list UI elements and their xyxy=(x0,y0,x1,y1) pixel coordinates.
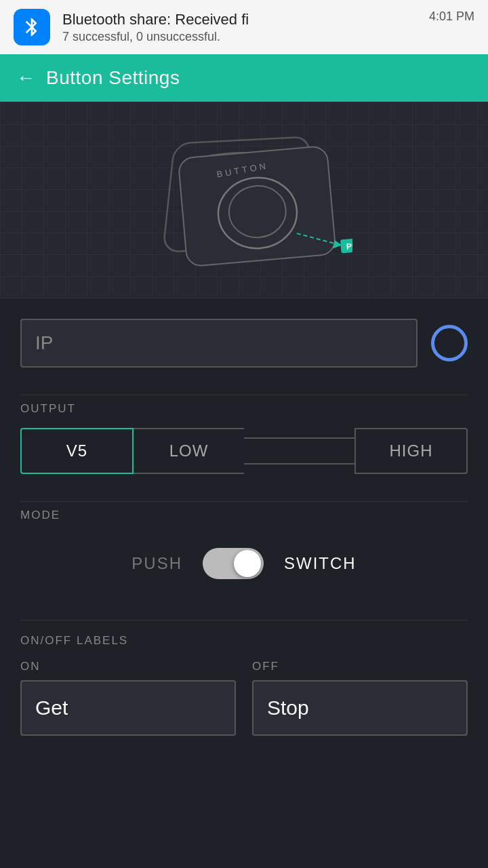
notification-time: 4:01 PM xyxy=(429,9,474,24)
content-area: OUTPUT V5 LOW HIGH MODE PUSH SWITCH ON/O… xyxy=(0,298,488,763)
output-btn-v5[interactable]: V5 xyxy=(20,428,134,474)
ip-status-indicator xyxy=(431,325,468,361)
off-col-label: OFF xyxy=(252,660,468,673)
on-col-label: ON xyxy=(20,660,236,673)
device-svg: BUTTON PIN xyxy=(136,125,352,275)
off-input[interactable] xyxy=(252,680,468,736)
off-col: OFF xyxy=(252,660,468,736)
toggle-knob xyxy=(234,550,261,577)
ip-input[interactable] xyxy=(20,319,418,368)
output-section-label: OUTPUT xyxy=(20,395,468,416)
page-title: Button Settings xyxy=(46,67,180,89)
output-btn-high[interactable]: HIGH xyxy=(354,428,468,474)
back-button[interactable]: ← xyxy=(16,67,35,89)
mode-row: PUSH SWITCH xyxy=(20,534,468,593)
on-col: ON xyxy=(20,660,236,736)
ip-row xyxy=(20,319,468,368)
bluetooth-icon xyxy=(14,9,50,45)
device-illustration: BUTTON PIN xyxy=(0,102,488,298)
mode-section-label: MODE xyxy=(20,501,468,522)
output-btn-mid[interactable] xyxy=(244,437,354,465)
push-label: PUSH xyxy=(131,554,182,573)
on-input[interactable] xyxy=(20,680,236,736)
mode-toggle[interactable] xyxy=(203,548,264,579)
notification-subtitle: 7 successful, 0 unsuccessful. xyxy=(62,30,417,44)
notification-text: Bluetooth share: Received fi 7 successfu… xyxy=(62,11,417,44)
output-buttons: V5 LOW HIGH xyxy=(20,428,468,474)
output-btn-low[interactable]: LOW xyxy=(134,428,244,474)
onoff-section: ON/OFF LABELS ON OFF xyxy=(20,620,468,736)
svg-text:PIN: PIN xyxy=(346,241,352,252)
onoff-section-label: ON/OFF LABELS xyxy=(20,634,468,648)
header: ← Button Settings xyxy=(0,54,488,102)
onoff-row: ON OFF xyxy=(20,660,468,736)
notification-title: Bluetooth share: Received fi xyxy=(62,11,417,28)
switch-label: SWITCH xyxy=(284,554,357,573)
notification-bar: Bluetooth share: Received fi 7 successfu… xyxy=(0,0,488,54)
